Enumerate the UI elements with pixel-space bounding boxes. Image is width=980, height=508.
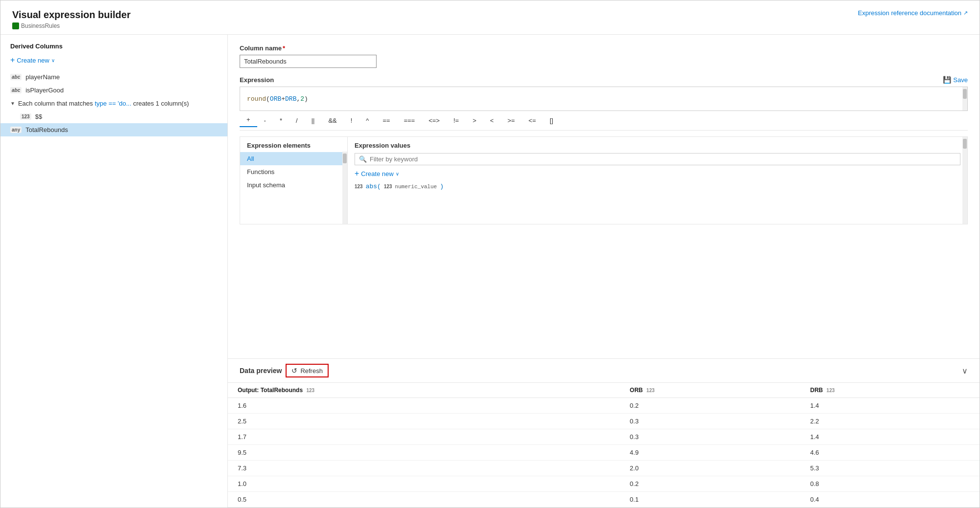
save-label: Save — [953, 76, 968, 84]
val-func-name: abs( — [366, 183, 381, 190]
op-divide-btn[interactable]: / — [289, 115, 305, 126]
expr-keyword: round — [247, 95, 266, 103]
col-badge-drb: 123 — [826, 388, 835, 393]
op-lt-btn[interactable]: < — [483, 115, 501, 126]
table-row: 9.54.94.6 — [228, 445, 980, 461]
value-item-abs[interactable]: 123 abs( 123 numeric_value ) — [355, 182, 960, 191]
expr-paren: ( — [266, 95, 270, 103]
op-minus-btn[interactable]: - — [257, 115, 273, 126]
sidebar-item-label: isPlayerGood — [25, 87, 64, 94]
table-cell: 5.3 — [801, 461, 980, 476]
table-cell: 1.4 — [801, 429, 980, 445]
column-name-label-text: Column name — [240, 44, 282, 52]
op-gte-btn[interactable]: >= — [501, 115, 522, 126]
table-row: 1.70.31.4 — [228, 429, 980, 445]
op-caret-btn[interactable]: ^ — [359, 115, 376, 126]
expression-label: Expression — [240, 76, 274, 84]
table-row: 1.60.21.4 — [228, 398, 980, 414]
elem-functions[interactable]: Functions — [240, 165, 347, 178]
sidebar-item-expandable[interactable]: ▼ Each column that matches type == 'do..… — [0, 97, 227, 110]
table-cell: 0.4 — [801, 492, 980, 508]
table-cell: 0.3 — [620, 429, 801, 445]
op-neq-btn[interactable]: != — [446, 115, 466, 126]
table-cell: 9.5 — [228, 445, 620, 461]
expression-values-title: Expression values — [355, 142, 960, 149]
expression-split: Expression elements All Functions Input … — [240, 136, 968, 224]
table-cell: 2.2 — [801, 414, 980, 429]
expr-op: + — [281, 95, 285, 103]
op-not-btn[interactable]: ! — [344, 115, 359, 126]
expand-arrow-icon: ▼ — [10, 101, 15, 106]
sidebar-item-TotalRebounds[interactable]: any TotalRebounds — [0, 123, 227, 136]
op-eq-btn[interactable]: == — [376, 115, 397, 126]
column-name-label: Column name* — [240, 44, 968, 52]
expr-paren3: ) — [304, 95, 308, 103]
op-lte-btn[interactable]: <= — [522, 115, 543, 126]
op-bracket-btn[interactable]: [] — [543, 115, 560, 126]
table-cell: 1.7 — [228, 429, 620, 445]
table-cell: 1.0 — [228, 476, 620, 492]
expr-var-drb: DRB — [285, 95, 296, 103]
val-param-type: 123 — [384, 184, 392, 189]
column-name-input[interactable] — [240, 55, 377, 68]
doc-link[interactable]: Expression reference documentation ↗ — [858, 9, 968, 17]
filter-input[interactable] — [370, 155, 956, 163]
external-link-icon: ↗ — [963, 10, 968, 16]
page-title: Visual expression builder — [12, 9, 131, 21]
type-badge-any: any — [10, 127, 22, 133]
create-new-button[interactable]: + Create new ∨ — [0, 54, 227, 70]
op-spaceship-btn[interactable]: <=> — [422, 115, 446, 126]
elements-scrollbar-thumb — [343, 154, 347, 163]
scrollbar-thumb — [963, 89, 967, 99]
expr-num: 2 — [300, 95, 304, 103]
refresh-button[interactable]: ↺ Refresh — [286, 364, 329, 377]
col-badge-output: 123 — [306, 388, 314, 393]
editor-scrollbar — [962, 87, 967, 110]
type-badge-num: 123 — [20, 113, 31, 120]
data-preview-section: Data preview ↺ Refresh ∨ Output: TotalRe… — [228, 358, 980, 508]
op-plus[interactable]: + — [240, 114, 257, 127]
table-cell: 4.6 — [801, 445, 980, 461]
expression-editor[interactable]: round(ORB + DRB, 2) — [240, 87, 968, 111]
collapse-icon[interactable]: ∨ — [962, 366, 968, 375]
sidebar-item-isPlayerGood[interactable]: abc isPlayerGood — [0, 84, 227, 97]
type-badge-abc: abc — [10, 74, 22, 80]
expression-elements-list: All Functions Input schema — [240, 152, 347, 224]
val-param-name: numeric_value — [395, 184, 437, 190]
op-gt-btn[interactable]: > — [466, 115, 483, 126]
table-header-row: Output: TotalRebounds 123 ORB 123 DRB 12… — [228, 383, 980, 398]
chevron-down-icon: ∨ — [51, 58, 55, 63]
table-row: 7.32.05.3 — [228, 461, 980, 476]
search-icon: 🔍 — [359, 155, 367, 163]
filter-input-wrap: 🔍 — [355, 153, 960, 165]
op-strict-eq-btn[interactable]: === — [397, 115, 422, 126]
elem-input-schema[interactable]: Input schema — [240, 178, 347, 192]
table-cell: 0.1 — [620, 492, 801, 508]
op-plus-btn[interactable]: + — [240, 114, 257, 125]
type-condition: type == 'do... — [95, 100, 132, 107]
create-new-value-button[interactable]: + Create new ∨ — [355, 169, 960, 178]
data-preview-title: Data preview — [240, 367, 282, 375]
plus-icon: + — [10, 56, 15, 65]
expr-paren2: , — [296, 95, 300, 103]
values-scrollbar-thumb — [963, 139, 967, 149]
table-cell: 0.2 — [620, 476, 801, 492]
derived-columns-title: Derived Columns — [0, 43, 227, 54]
op-or-btn[interactable]: || — [305, 115, 322, 126]
plus-icon: + — [355, 169, 359, 178]
chevron-down-icon: ∨ — [396, 171, 399, 177]
col-name-drb: DRB — [810, 387, 823, 394]
save-button[interactable]: 💾 Save — [943, 76, 968, 84]
elem-all[interactable]: All — [240, 152, 347, 165]
data-preview-table: Output: TotalRebounds 123 ORB 123 DRB 12… — [228, 383, 980, 508]
op-and-btn[interactable]: && — [321, 115, 343, 126]
sidebar-item-$$[interactable]: 123 $$ — [0, 110, 227, 123]
op-multiply-btn[interactable]: * — [273, 115, 289, 126]
val-type-badge: 123 — [355, 184, 363, 189]
table-cell: 2.5 — [228, 414, 620, 429]
col-name-output: Output: TotalRebounds — [238, 387, 303, 394]
sidebar-item-playerName[interactable]: abc playerName — [0, 70, 227, 84]
table-cell: 2.0 — [620, 461, 801, 476]
expression-elements-panel: Expression elements All Functions Input … — [240, 137, 348, 224]
table-row: 0.50.10.4 — [228, 492, 980, 508]
